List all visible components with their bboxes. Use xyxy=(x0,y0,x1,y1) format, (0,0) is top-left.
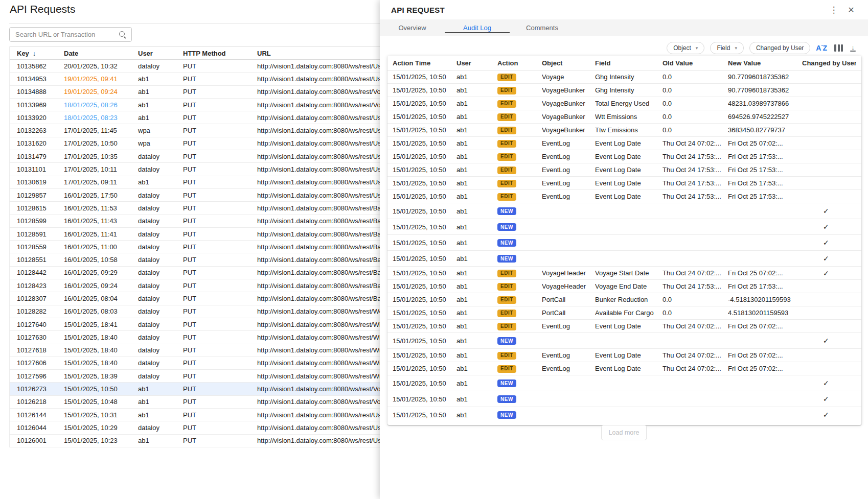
load-more-button[interactable]: Load more xyxy=(601,425,647,440)
close-icon[interactable]: ✕ xyxy=(846,5,857,15)
date-cell: 15/01/2025, 18:40 xyxy=(64,359,138,367)
tab-comments[interactable]: Comments xyxy=(510,19,575,36)
user-cell: ab1 xyxy=(456,269,497,277)
column-header-user[interactable]: User xyxy=(138,50,183,57)
user-cell: ab1 xyxy=(456,126,497,134)
key-cell: 10126144 xyxy=(17,411,64,419)
audit-log-row[interactable]: 15/01/2025, 10:50 ab1 EDIT VoyageHeader … xyxy=(387,280,861,293)
download-icon[interactable]: ↓ xyxy=(850,42,856,54)
audit-log-row[interactable]: 15/01/2025, 10:50 ab1 NEW ✓ xyxy=(387,219,861,235)
audit-log-row[interactable]: 15/01/2025, 10:50 ab1 EDIT EventLog Even… xyxy=(387,137,861,150)
field-cell: Ghg Intensity xyxy=(595,86,663,94)
audit-log-row[interactable]: 15/01/2025, 10:50 ab1 EDIT EventLog Even… xyxy=(387,320,861,333)
user-cell: ab1 xyxy=(138,75,183,83)
audit-log-row[interactable]: 15/01/2025, 10:50 ab1 EDIT VoyageBunker … xyxy=(387,124,861,137)
changed-by-user-filter-chip[interactable]: Changed by User xyxy=(749,42,810,54)
audit-log-row[interactable]: 15/01/2025, 10:50 ab1 EDIT EventLog Even… xyxy=(387,190,861,203)
user-cell: dataloy xyxy=(138,256,183,264)
field-filter-chip[interactable]: Field ▾ xyxy=(710,42,744,54)
old-value-cell: 0.0 xyxy=(663,86,728,94)
field-cell: Wtt Emissions xyxy=(595,113,663,121)
audit-log-row[interactable]: 15/01/2025, 10:50 ab1 NEW ✓ xyxy=(387,407,861,422)
column-header-key[interactable]: Key ↓ xyxy=(17,50,64,57)
tab-audit-log[interactable]: Audit Log xyxy=(445,19,510,36)
http-method-cell: PUT xyxy=(183,385,257,393)
audit-log-row[interactable]: 15/01/2025, 10:50 ab1 NEW ✓ xyxy=(387,375,861,391)
audit-log-row[interactable]: 15/01/2025, 10:50 ab1 EDIT VoyageHeader … xyxy=(387,267,861,280)
action-time-cell: 15/01/2025, 10:50 xyxy=(393,282,456,290)
user-cell: ab1 xyxy=(456,100,497,107)
search-box[interactable] xyxy=(9,27,132,42)
http-method-cell: PUT xyxy=(183,282,257,290)
date-cell: 15/01/2025, 10:48 xyxy=(64,398,138,406)
audit-log-row[interactable]: 15/01/2025, 10:50 ab1 NEW ✓ xyxy=(387,333,861,349)
column-header-date[interactable]: Date xyxy=(64,50,138,57)
field-cell: Bunker Reduction xyxy=(595,296,663,303)
user-cell: ab1 xyxy=(456,223,497,231)
user-cell: dataloy xyxy=(138,295,183,302)
audit-log-row[interactable]: 15/01/2025, 10:50 ab1 NEW ✓ xyxy=(387,203,861,219)
key-cell: 10131479 xyxy=(17,153,64,160)
sort-desc-icon[interactable]: ↓ xyxy=(33,50,36,57)
action-time-cell: 15/01/2025, 10:50 xyxy=(393,379,456,387)
tab-overview[interactable]: Overview xyxy=(380,19,445,36)
object-cell: EventLog xyxy=(542,179,595,187)
key-cell: 10127640 xyxy=(17,321,64,328)
audit-log-row[interactable]: 15/01/2025, 10:50 ab1 EDIT EventLog Even… xyxy=(387,150,861,163)
action-badge: EDIT xyxy=(497,310,516,317)
audit-log-row[interactable]: 15/01/2025, 10:50 ab1 EDIT EventLog Even… xyxy=(387,163,861,177)
new-value-cell: Fri Oct 25 17:53:... xyxy=(728,282,802,290)
audit-log-row[interactable]: 15/01/2025, 10:50 ab1 NEW ✓ xyxy=(387,251,861,267)
key-cell: 10126001 xyxy=(17,437,64,444)
changed-by-user-cell: ✓ xyxy=(802,269,856,277)
column-header-http-method[interactable]: HTTP Method xyxy=(183,50,257,57)
audit-log-row[interactable]: 15/01/2025, 10:50 ab1 EDIT VoyageBunker … xyxy=(387,84,861,97)
chevron-down-icon: ▾ xyxy=(735,45,737,51)
audit-log-row[interactable]: 15/01/2025, 10:50 ab1 EDIT Voyage Ghg In… xyxy=(387,70,861,84)
audit-log-row[interactable]: 15/01/2025, 10:50 ab1 NEW ✓ xyxy=(387,235,861,251)
changed-by-user-checkmark: ✓ xyxy=(823,239,829,247)
audit-log-row[interactable]: 15/01/2025, 10:50 ab1 EDIT VoyageBunker … xyxy=(387,110,861,124)
action-badge: EDIT xyxy=(497,323,516,330)
action-time-cell: 15/01/2025, 10:50 xyxy=(393,100,456,107)
audit-log-row[interactable]: 15/01/2025, 10:50 ab1 NEW ✓ xyxy=(387,391,861,407)
http-method-cell: PUT xyxy=(183,346,257,354)
audit-column-field: Field xyxy=(595,59,663,67)
more-options-icon[interactable]: ⋮ xyxy=(828,5,839,15)
sort-alpha-icon[interactable]: AˇZ xyxy=(816,42,827,54)
object-filter-chip[interactable]: Object ▾ xyxy=(667,42,704,54)
action-badge: EDIT xyxy=(497,127,516,134)
new-value-cell: 48231.03989737866 xyxy=(728,100,802,107)
action-badge: NEW xyxy=(497,337,516,345)
column-picker-icon[interactable] xyxy=(834,42,843,54)
changed-by-user-checkmark: ✓ xyxy=(823,379,829,387)
audit-log-row[interactable]: 15/01/2025, 10:50 ab1 EDIT VoyageBunker … xyxy=(387,97,861,110)
action-cell: NEW xyxy=(497,411,542,419)
action-cell: NEW xyxy=(497,254,542,263)
audit-log-row[interactable]: 15/01/2025, 10:50 ab1 EDIT PortCall Bunk… xyxy=(387,293,861,306)
date-cell: 15/01/2025, 18:40 xyxy=(64,346,138,354)
user-cell: ab1 xyxy=(456,322,497,330)
user-cell: dataloy xyxy=(138,321,183,328)
audit-log-row[interactable]: 15/01/2025, 10:50 ab1 EDIT EventLog Even… xyxy=(387,177,861,190)
audit-log-row[interactable]: 15/01/2025, 10:50 ab1 EDIT PortCall Avai… xyxy=(387,306,861,320)
date-cell: 16/01/2025, 17:50 xyxy=(64,192,138,199)
http-method-cell: PUT xyxy=(183,256,257,264)
action-cell: EDIT xyxy=(497,126,542,134)
action-badge: NEW xyxy=(497,207,516,215)
user-cell: ab1 xyxy=(456,193,497,200)
date-cell: 15/01/2025, 18:40 xyxy=(64,334,138,341)
key-cell: 10127596 xyxy=(17,372,64,380)
search-icon[interactable] xyxy=(119,31,127,39)
audit-log-row[interactable]: 15/01/2025, 10:50 ab1 EDIT EventLog Even… xyxy=(387,362,861,375)
date-cell: 15/01/2025, 10:23 xyxy=(64,437,138,444)
user-cell: ab1 xyxy=(138,398,183,406)
search-input[interactable] xyxy=(14,30,119,39)
action-cell: EDIT xyxy=(497,165,542,174)
action-cell: EDIT xyxy=(497,86,542,94)
http-method-cell: PUT xyxy=(183,437,257,444)
audit-log-row[interactable]: 15/01/2025, 10:50 ab1 EDIT EventLog Even… xyxy=(387,349,861,362)
key-cell: 10128423 xyxy=(17,282,64,290)
new-value-cell: Fri Oct 25 07:02:... xyxy=(728,269,802,277)
date-cell: 15/01/2025, 10:31 xyxy=(64,411,138,419)
